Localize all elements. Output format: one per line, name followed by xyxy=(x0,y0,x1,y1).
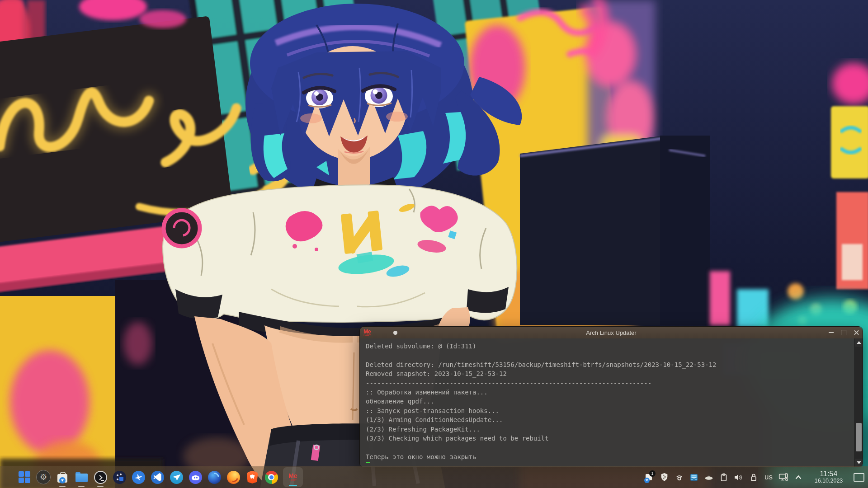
terminal-line: :: Запуск post-transaction hooks... xyxy=(366,406,863,415)
bird-messenger-button[interactable] xyxy=(131,467,146,488)
terminal-line: Deleted directory: /run/timeshift/53156/… xyxy=(366,360,863,369)
dotted-app-icon xyxy=(113,471,126,484)
system-tray: 1 us xyxy=(644,467,864,488)
brave-button[interactable] xyxy=(245,467,259,488)
blue-browser-button[interactable] xyxy=(207,467,222,488)
terminal-line: ----------------------------------------… xyxy=(366,379,863,388)
window-titlebar[interactable]: Me LAWY Arch Linux Updater xyxy=(360,327,863,338)
close-button[interactable] xyxy=(850,327,863,338)
clipboard-icon xyxy=(719,473,728,482)
terminal-line: Deleted subvolume: @ (Id:311) xyxy=(366,342,863,351)
minimize-button[interactable] xyxy=(825,327,837,338)
shield-icon xyxy=(660,472,669,482)
keyboard-layout-indicator[interactable]: us xyxy=(763,467,774,488)
monitor-lock-icon xyxy=(778,472,789,482)
inbox-icon xyxy=(689,473,699,482)
updates-icon: 1 xyxy=(645,472,654,482)
bird-icon xyxy=(132,471,145,484)
terminal-line: Теперь это окно можно закрыть xyxy=(366,452,863,461)
terminal-app-button[interactable] xyxy=(93,467,108,488)
updates-tray-button[interactable]: 1 xyxy=(644,467,655,488)
firefox-button[interactable] xyxy=(226,467,241,488)
volume-icon xyxy=(733,473,744,482)
terminal-window: Me LAWY Arch Linux Updater Deleted subvo… xyxy=(359,326,863,467)
clipboard-tray-button[interactable] xyxy=(718,467,729,488)
scroll-up-button[interactable] xyxy=(855,338,863,347)
terminal-line xyxy=(366,443,863,452)
ufo-tray-button[interactable] xyxy=(703,467,714,488)
system-settings-button[interactable] xyxy=(36,467,51,488)
screen-devices-tray-button[interactable] xyxy=(778,467,789,488)
show-desktop-icon xyxy=(854,473,864,482)
folder-icon xyxy=(75,472,88,482)
clock-widget[interactable]: 11:54 16.10.2023 xyxy=(808,470,849,484)
running-indicator xyxy=(97,486,104,487)
active-task-underline xyxy=(289,485,297,486)
melawy-task-icon: Me xyxy=(288,473,297,479)
chrome-button[interactable] xyxy=(264,467,278,488)
telegram-icon xyxy=(170,471,183,484)
eye-tray-button[interactable] xyxy=(674,467,684,488)
maximize-button[interactable] xyxy=(837,327,850,338)
discord-icon xyxy=(189,471,202,484)
firefox-icon xyxy=(227,471,240,484)
app-launcher-icon xyxy=(19,471,30,483)
firewall-tray-button[interactable] xyxy=(659,467,670,488)
scrollbar[interactable] xyxy=(854,338,863,467)
updates-badge: 1 xyxy=(649,470,656,477)
running-indicator xyxy=(78,486,85,487)
code-editor-button[interactable] xyxy=(150,467,165,488)
terminal-line: (3/3) Checking which packages need to be… xyxy=(366,434,863,443)
maximize-icon xyxy=(841,330,846,335)
terminal-line: (2/3) Refreshing PackageKit... xyxy=(366,425,863,434)
blue-browser-icon xyxy=(208,471,221,484)
terminal-line: (1/3) Arming ConditionNeedsUpdate... xyxy=(366,415,863,424)
scrollbar-thumb[interactable] xyxy=(856,423,862,451)
brave-icon xyxy=(247,471,258,483)
chrome-icon xyxy=(265,471,278,484)
scroll-down-button[interactable] xyxy=(855,459,863,467)
terminal-cursor xyxy=(366,462,370,463)
window-title: Arch Linux Updater xyxy=(360,329,863,336)
close-icon xyxy=(854,330,859,336)
app-launcher-button[interactable] xyxy=(17,467,32,488)
lock-tray-button[interactable] xyxy=(748,467,759,488)
chevron-up-icon xyxy=(794,473,803,482)
terminal-line: Removed snapshot: 2023-10-15_22-53-12 xyxy=(366,369,863,378)
file-manager-button[interactable] xyxy=(74,467,89,488)
arch-updater-taskbar-button[interactable]: Me LAWY xyxy=(283,467,303,487)
clock-time: 11:54 xyxy=(808,470,849,478)
discord-button[interactable] xyxy=(188,467,203,488)
minimize-icon xyxy=(829,332,834,333)
tray-expander-button[interactable] xyxy=(793,467,804,488)
taskbar-apps: Me LAWY xyxy=(4,467,303,488)
terminal-icon xyxy=(94,471,107,484)
ufo-icon xyxy=(704,473,714,482)
eye-icon xyxy=(675,473,684,482)
lock-icon xyxy=(749,473,758,482)
arrow-down-icon xyxy=(857,461,861,464)
terminal-output[interactable]: Deleted subvolume: @ (Id:311) Deleted di… xyxy=(360,338,863,467)
show-desktop-button[interactable] xyxy=(854,467,864,488)
volume-tray-button[interactable] xyxy=(733,467,744,488)
vscode-icon xyxy=(151,471,164,484)
software-center-icon xyxy=(57,472,67,483)
arrow-up-icon xyxy=(857,341,861,344)
terminal-line: :: Обработка изменений пакета... xyxy=(366,388,863,397)
software-center-button[interactable] xyxy=(55,467,70,488)
desktop: Me LAWY Arch Linux Updater Deleted subvo… xyxy=(0,0,868,488)
gear-icon xyxy=(36,470,51,484)
dark-dotted-app-button[interactable] xyxy=(112,467,127,488)
terminal-line: обновление qpdf... xyxy=(366,397,863,406)
inbox-tray-button[interactable] xyxy=(689,467,699,488)
running-indicator xyxy=(59,486,66,487)
telegram-button[interactable] xyxy=(169,467,184,488)
taskbar: Me LAWY 1 xyxy=(0,466,868,488)
clock-date: 16.10.2023 xyxy=(808,478,849,484)
terminal-line xyxy=(366,351,863,360)
